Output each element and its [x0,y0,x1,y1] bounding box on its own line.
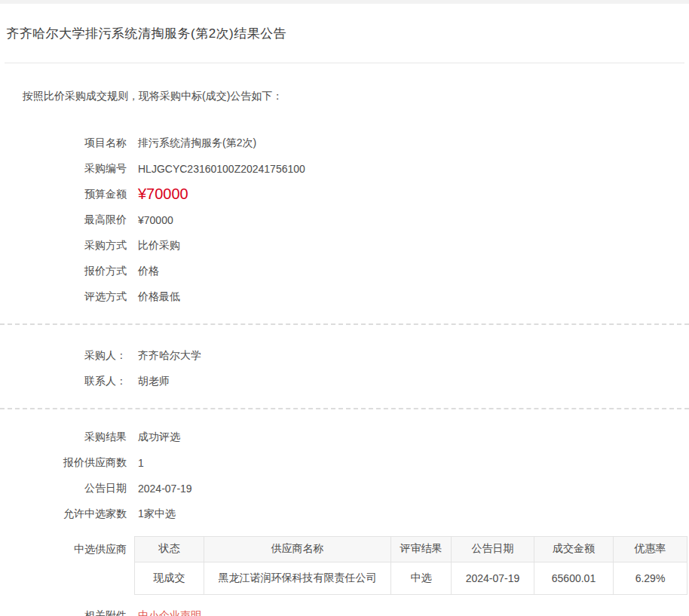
winner-table-header-row: 状态 供应商名称 评审结果 公告日期 成交金额 优惠率 [135,536,687,562]
field-row-procurement-method: 采购方式 比价采购 [0,233,689,259]
field-row-project-name: 项目名称 排污系统清掏服务(第2次) [0,130,689,156]
column-header-date: 公告日期 [452,536,534,562]
attachment-row: 相关附件 中小企业声明 [0,608,689,616]
field-row-selection-method: 评选方式 价格最低 [0,284,689,310]
winner-supplier-row: 中选供应商 状态 供应商名称 评审结果 公告日期 成交金额 优惠率 现成交 黑龙… [0,536,689,595]
field-row-supplier-count: 报价供应商数 1 [0,450,689,476]
top-strip [0,0,689,4]
cell-discount-rate: 6.29% [614,562,687,594]
winner-supplier-table: 状态 供应商名称 评审结果 公告日期 成交金额 优惠率 现成交 黑龙江诺润环保科… [134,536,687,595]
field-row-allowed-winners: 允许中选家数 1家中选 [0,501,689,527]
field-row-procurement-result: 采购结果 成功评选 [0,424,689,450]
field-value: HLJGCYC23160100Z20241756100 [138,163,305,175]
column-header-amount: 成交金额 [534,536,614,562]
field-row-quote-method: 报价方式 价格 [0,259,689,284]
field-value: 价格 [138,265,159,278]
field-row-contact-person: 联系人： 胡老师 [0,369,689,394]
section-divider [0,408,689,409]
field-label: 预算金额 [0,188,127,201]
field-value: 比价采购 [138,239,180,253]
field-value: 成功评选 [138,431,180,444]
field-value: 2024-07-19 [138,483,192,495]
cell-review-result: 中选 [391,562,452,594]
title-divider [5,63,684,63]
field-value: 价格最低 [138,290,180,304]
field-row-procurement-number: 采购编号 HLJGCYC23160100Z20241756100 [0,156,689,182]
field-value: 排污系统清掏服务(第2次) [138,136,256,150]
field-label: 报价方式 [0,265,127,278]
field-value: 齐齐哈尔大学 [138,349,201,363]
field-label: 采购人： [0,349,127,363]
field-label: 采购编号 [0,162,127,176]
attachment-label: 相关附件 [0,609,127,616]
budget-amount-value: ¥70000 [138,185,188,203]
table-row: 现成交 黑龙江诺润环保科技有限责任公司 中选 2024-07-19 65600.… [135,562,687,594]
cell-supplier-name: 黑龙江诺润环保科技有限责任公司 [204,562,391,594]
attachment-link[interactable]: 中小企业声明 [138,609,201,616]
field-label: 项目名称 [0,136,127,150]
basic-info-section: 项目名称 排污系统清掏服务(第2次) 采购编号 HLJGCYC23160100Z… [0,130,689,310]
field-label: 联系人： [0,375,127,388]
cell-date: 2024-07-19 [452,562,534,594]
field-row-budget-amount: 预算金额 ¥70000 [0,182,689,207]
page-title: 齐齐哈尔大学排污系统清掏服务(第2次)结果公告 [0,12,689,54]
winner-supplier-label: 中选供应商 [0,536,127,562]
column-header-discount: 优惠率 [614,536,687,562]
contact-section: 采购人： 齐齐哈尔大学 联系人： 胡老师 [0,343,689,394]
field-value: 1 [138,457,144,469]
field-row-purchaser: 采购人： 齐齐哈尔大学 [0,343,689,369]
cell-amount: 65600.01 [534,562,614,594]
column-header-status: 状态 [135,536,204,562]
field-label: 允许中选家数 [0,507,127,521]
column-header-supplier: 供应商名称 [204,536,391,562]
field-label: 报价供应商数 [0,456,127,470]
result-section: 采购结果 成功评选 报价供应商数 1 公告日期 2024-07-19 允许中选家… [0,424,689,616]
field-value: ¥70000 [138,214,173,226]
field-row-max-price: 最高限价 ¥70000 [0,207,689,233]
field-row-announcement-date: 公告日期 2024-07-19 [0,476,689,501]
section-divider [0,323,689,325]
field-label: 最高限价 [0,213,127,227]
field-label: 公告日期 [0,482,127,495]
field-value: 1家中选 [138,507,176,521]
column-header-review: 评审结果 [391,536,452,562]
cell-status: 现成交 [135,562,204,594]
field-label: 评选方式 [0,290,127,304]
field-value: 胡老师 [138,375,170,388]
intro-text: 按照比价采购成交规则，现将采购中标(成交)公告如下： [23,90,689,103]
field-label: 采购方式 [0,239,127,253]
field-label: 采购结果 [0,431,127,444]
